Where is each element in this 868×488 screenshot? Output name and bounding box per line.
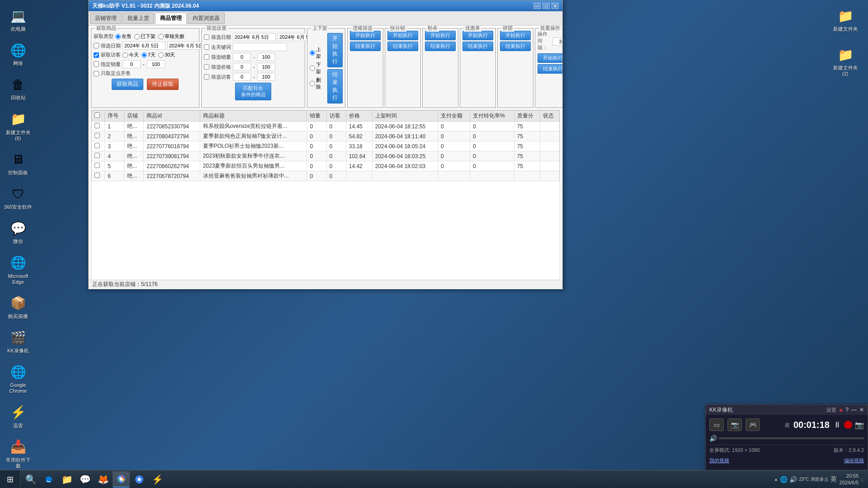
select-all-checkbox[interactable] bbox=[94, 113, 100, 118]
seckill-end-button[interactable]: 结束执行 bbox=[425, 42, 456, 51]
radio-down[interactable] bbox=[310, 66, 315, 71]
flash-start-button[interactable]: 开始执行 bbox=[387, 31, 418, 40]
row-checkbox[interactable] bbox=[94, 173, 100, 178]
7days-label[interactable]: 7天 bbox=[142, 52, 156, 58]
filter-date-from[interactable] bbox=[233, 33, 276, 41]
minimize-button[interactable]: — bbox=[533, 3, 541, 9]
radio-offshelf-label[interactable]: 已下架 bbox=[134, 33, 156, 40]
filter-price-min[interactable] bbox=[233, 63, 251, 71]
radio-7days[interactable] bbox=[142, 52, 147, 58]
desktop-icon-recycle[interactable]: 🗑 回收站 bbox=[2, 73, 34, 103]
tray-input-method[interactable]: 英 bbox=[830, 475, 837, 483]
filter-visitors-min[interactable] bbox=[233, 73, 251, 81]
start-button[interactable]: ⊞ bbox=[0, 470, 20, 488]
tray-notifications[interactable]: □ bbox=[861, 477, 864, 482]
taskbar-chrome2[interactable] bbox=[131, 471, 148, 488]
standard-start-button[interactable]: 开始执行 bbox=[350, 31, 381, 40]
match-button[interactable]: 匹配符合条件的商品 bbox=[235, 83, 271, 100]
kk-gamepad-btn[interactable]: 🎮 bbox=[745, 418, 760, 431]
updown-end-button[interactable]: 结束执行 bbox=[327, 69, 343, 103]
kk-settings-link[interactable]: 设置 bbox=[826, 407, 836, 413]
radio-online[interactable] bbox=[115, 34, 121, 39]
kk-screen-mode-btn[interactable]: ▭ bbox=[709, 418, 724, 431]
stop-fetch-button[interactable]: 停止获取 bbox=[147, 79, 179, 90]
filter-keyword-checkbox[interactable] bbox=[204, 44, 209, 50]
tab-browser[interactable]: 内置浏览器 bbox=[188, 13, 225, 24]
pintuan-start-button[interactable]: 开始执行 bbox=[500, 31, 531, 40]
date-filter-checkbox[interactable] bbox=[94, 43, 99, 48]
taskbar-app5[interactable]: 🦊 bbox=[94, 471, 112, 488]
seckill-start-button[interactable]: 开始执行 bbox=[425, 31, 456, 40]
taskbar-wechat[interactable]: 💬 bbox=[76, 471, 94, 488]
kk-record-button[interactable] bbox=[844, 421, 852, 429]
tab-bulk-upload[interactable]: 批量上货 bbox=[123, 13, 154, 24]
bulk-interval-input[interactable] bbox=[552, 38, 562, 46]
filter-sales-max[interactable] bbox=[257, 53, 275, 61]
close-button[interactable]: ✕ bbox=[552, 3, 559, 9]
desktop-icon-new-folder2[interactable]: 📁 新建文件夹(2) bbox=[830, 43, 861, 79]
bulk-end-button[interactable]: 结束执行 bbox=[538, 64, 562, 74]
maximize-button[interactable]: □ bbox=[542, 3, 550, 9]
filter-keyword-input[interactable] bbox=[233, 43, 287, 51]
data-table-container[interactable]: 序号 店铺 商品id 商品标题 销量 访客 价格 上架时间 支付全额 支付转化率… bbox=[91, 110, 560, 289]
kk-my-video-link[interactable]: 我的视频 bbox=[709, 457, 729, 464]
radio-today[interactable] bbox=[123, 52, 128, 58]
updown-start-button[interactable]: 开始执行 bbox=[327, 33, 343, 67]
taskbar-ks-app[interactable]: ⚡ bbox=[149, 471, 166, 488]
filter-visitors-max[interactable] bbox=[257, 73, 275, 81]
standard-end-button[interactable]: 结束执行 bbox=[350, 42, 381, 51]
radio-online-label[interactable]: 在售 bbox=[115, 33, 132, 40]
filter-date-checkbox[interactable] bbox=[204, 34, 209, 40]
desktop-icon-edge[interactable]: 🌐 Microsoft Edge bbox=[2, 252, 34, 287]
desktop-icon-folder6[interactable]: 📁 新建文件夹(6) bbox=[2, 108, 34, 144]
desktop-icon-chrome[interactable]: 🌐 Google Chrome bbox=[2, 361, 34, 396]
desktop-icon-360[interactable]: 🛡 360安全软件 bbox=[2, 183, 34, 212]
desktop-icon-software[interactable]: 📥 常用软件下载 bbox=[2, 436, 34, 471]
desktop-icon-wechat[interactable]: 💬 微信 bbox=[2, 217, 34, 247]
date-from-input[interactable] bbox=[123, 42, 165, 50]
desktop-icon-network[interactable]: 🌐 网络 bbox=[2, 39, 34, 69]
radio-delete[interactable] bbox=[310, 81, 315, 86]
row-checkbox[interactable] bbox=[94, 163, 100, 168]
kk-volume-slider[interactable] bbox=[719, 437, 864, 439]
desktop-icon-kk[interactable]: 🎬 KK录像机 bbox=[2, 326, 34, 356]
only-selected-checkbox[interactable] bbox=[94, 71, 99, 76]
fetch-visitors-checkbox[interactable] bbox=[94, 52, 99, 58]
desktop-icon-thunder[interactable]: ⚡ 迅雷 bbox=[2, 401, 34, 431]
desktop-icon-plugin[interactable]: 📦 购买插播 bbox=[2, 292, 34, 322]
sales-max-input[interactable] bbox=[147, 60, 165, 68]
filter-price-checkbox[interactable] bbox=[204, 64, 209, 70]
clock[interactable]: 20:55 2024/6/5 bbox=[840, 473, 859, 486]
today-label[interactable]: 今天 bbox=[123, 52, 139, 58]
kk-screenshot-button[interactable]: 📷 bbox=[855, 421, 864, 429]
taskbar-explorer[interactable]: 📁 bbox=[58, 471, 75, 488]
radio-down-label[interactable]: 下架 bbox=[310, 61, 321, 75]
pintuan-end-button[interactable]: 结束执行 bbox=[500, 42, 531, 51]
filter-sales-min[interactable] bbox=[233, 53, 251, 61]
fetch-products-button[interactable]: 获取商品 bbox=[112, 79, 143, 90]
kk-pause-button[interactable]: ⏸ bbox=[833, 420, 841, 430]
tab-product-management[interactable]: 商品管理 bbox=[155, 13, 187, 24]
tray-expand[interactable]: ▲ bbox=[774, 477, 778, 482]
radio-audit-fail[interactable] bbox=[158, 34, 164, 39]
sales-checkbox[interactable] bbox=[94, 61, 99, 67]
kk-camera-btn[interactable]: 📷 bbox=[727, 418, 742, 431]
radio-audit-fail-label[interactable]: 审核失败 bbox=[158, 33, 184, 40]
radio-offshelf[interactable] bbox=[134, 34, 140, 39]
row-checkbox[interactable] bbox=[94, 143, 100, 148]
tray-network-icon[interactable]: 🌐 bbox=[780, 476, 788, 483]
kk-minimize-button[interactable]: — bbox=[851, 407, 857, 413]
taskbar-chrome[interactable] bbox=[113, 471, 130, 488]
taskbar-edge[interactable] bbox=[40, 471, 57, 488]
radio-up-label[interactable]: 上架 bbox=[310, 46, 321, 60]
bulk-start-button[interactable]: 开始执行 bbox=[538, 53, 562, 63]
filter-price-max[interactable] bbox=[257, 63, 275, 71]
tab-shop-management[interactable]: 店铺管理 bbox=[90, 13, 122, 24]
desktop-icon-control[interactable]: 🖥 控制面板 bbox=[2, 148, 34, 178]
radio-up[interactable] bbox=[310, 50, 315, 56]
radio-delete-label[interactable]: 删除 bbox=[310, 77, 321, 90]
kk-help-button[interactable]: ? bbox=[845, 407, 849, 413]
filter-visitors-checkbox[interactable] bbox=[204, 74, 209, 80]
taskbar-search[interactable]: 🔍 bbox=[22, 471, 39, 488]
row-checkbox[interactable] bbox=[94, 133, 100, 138]
